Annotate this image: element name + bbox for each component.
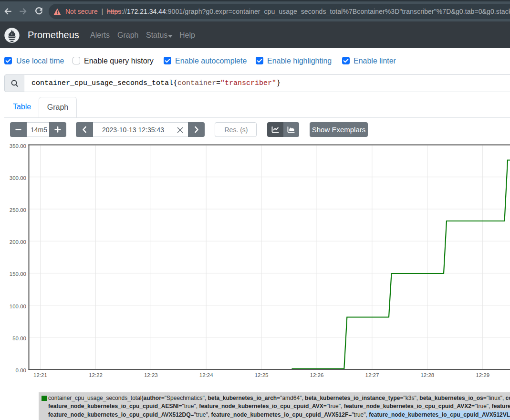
svg-text:12:28: 12:28: [420, 372, 434, 378]
svg-text:12:25: 12:25: [255, 372, 269, 378]
svg-text:50.00: 50.00: [12, 336, 26, 341]
svg-text:12:22: 12:22: [89, 372, 103, 378]
svg-text:0.00: 0.00: [16, 368, 26, 373]
svg-text:350.00: 350.00: [10, 143, 26, 149]
svg-text:200.00: 200.00: [10, 239, 26, 245]
svg-text:12:26: 12:26: [310, 372, 324, 378]
svg-text:12:27: 12:27: [365, 372, 379, 378]
svg-text:12:21: 12:21: [33, 372, 47, 378]
svg-text:12:23: 12:23: [144, 372, 158, 378]
svg-text:100.00: 100.00: [10, 304, 26, 309]
svg-text:12:29: 12:29: [476, 372, 489, 378]
svg-text:150.00: 150.00: [10, 271, 26, 277]
svg-text:300.00: 300.00: [10, 175, 26, 181]
svg-text:250.00: 250.00: [10, 207, 26, 213]
svg-text:12:24: 12:24: [199, 372, 213, 378]
